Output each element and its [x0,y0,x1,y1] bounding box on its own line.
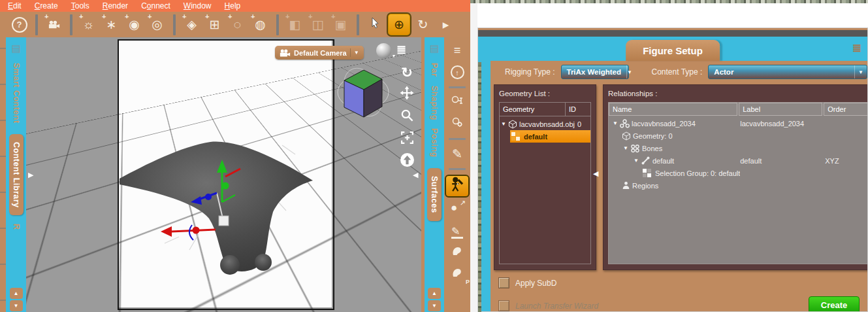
add-node-button[interactable]: +◈ [180,13,203,36]
more-tools-button[interactable]: ▸ [434,13,457,36]
tab-par[interactable]: Par [430,63,439,77]
apply-subd-label: Apply SubD [515,279,556,288]
main-toolbar: ?++☼+∗+◉+◎+◈+⊞+◌+◍+◧+◫+▣⊕↻▸ [0,12,470,37]
panel-icon: ▤ [430,43,439,54]
figure-setup-titlebar[interactable] [478,28,867,37]
relationship-row[interactable]: Selection Group: 0: default [609,167,867,179]
figure-setup-tab[interactable]: Figure Setup [626,40,720,61]
zoom-button[interactable] [398,108,416,126]
menu-render[interactable]: Render [96,1,135,10]
right-dock-collapse-icon[interactable]: ◀ [413,171,418,179]
script-edit-button[interactable]: ✎ [446,145,468,163]
view-options-icon[interactable]: ≣ [396,43,406,57]
scroll-down-button[interactable]: ▼ [428,300,441,311]
launch-transfer-wizard-checkbox[interactable] [498,300,509,311]
add-group-button[interactable]: +◌ [226,13,249,36]
add-spotlight-button[interactable]: +◎ [146,13,169,36]
add-null-button[interactable]: +⊞ [203,13,226,36]
pane-menu-icon[interactable]: ≣ [852,41,861,55]
menu-help[interactable]: Help [218,1,248,10]
side-toolbar: ≡↑✎●↗✎P [444,37,470,312]
apply-subd-checkbox[interactable] [498,277,509,288]
chevron-down-icon: ▼ [854,65,867,78]
relationships-label: Relationships : [608,90,867,97]
add-point-light-button[interactable]: +∗ [100,13,123,36]
tab-posing[interactable]: Posing [430,128,439,158]
node-hierarchy-button[interactable] [446,94,468,111]
select-cursor-button[interactable] [364,13,387,36]
universal-tool-button[interactable]: ⊕ [387,12,411,37]
tab-smart-content[interactable]: Smart Content [12,63,21,124]
menu-tools[interactable]: Tools [65,1,96,10]
instance-button[interactable]: +◧ [283,13,306,36]
tab-shaping[interactable]: Shaping [430,86,439,120]
drawstyle-sphere-button[interactable]: ▾ [376,43,391,58]
viewport-3d[interactable]: Default Camera ▼ ▾ ≣ ↻ ▶ ◀ [26,37,421,312]
mesh-object[interactable] [119,41,332,307]
rotate-tool-button[interactable]: ↻ [411,13,434,36]
create-button[interactable]: Create [809,296,860,311]
expander-icon[interactable]: ▼ [613,120,620,126]
relationship-row[interactable]: ▼Bones [609,142,867,154]
camera-selector[interactable]: Default Camera ▼ [275,46,364,60]
relationships-table: Name Label Order ▼lacvavbnsadd_2034lacva… [608,102,867,264]
node-gear-button[interactable] [446,115,468,133]
geometry-row[interactable]: default [500,130,590,143]
add-geometry-button[interactable]: +◍ [249,13,272,36]
add-spotlight-icon: ◎ [152,17,163,32]
geometry-row[interactable]: ▼lacvavbnsadd.obj0 [500,118,590,130]
add-gauge-light-button[interactable]: +◉ [123,13,146,36]
geometry-name: default [524,133,547,141]
add-camera-icon [48,18,60,32]
selected-row-highlight[interactable]: default [510,130,590,143]
figure-setup-title: Figure Setup [643,45,703,56]
node-order: XYZ [825,157,867,165]
expander-icon[interactable]: ▼ [623,145,630,151]
frame-button[interactable] [398,130,416,148]
view-cube-gizmo[interactable] [336,57,392,122]
column-header-order: Order [824,103,867,116]
tab-surfaces[interactable]: Surfaces [427,168,442,221]
menu-connect[interactable]: Connect [135,1,177,10]
morph-arm-button[interactable] [446,244,468,262]
jump-to-button[interactable]: ●↗ [446,201,468,218]
expander-icon[interactable]: ▼ [634,158,641,164]
tab-content-library[interactable]: Content Library [9,134,24,216]
pane-options-button[interactable]: ≡ [446,42,468,60]
scroll-down-button[interactable]: ▼ [10,300,23,311]
orbit-button[interactable]: ↻ [398,63,416,81]
relationship-row[interactable]: ▼defaultdefaultXYZ [609,154,867,167]
content-type-dropdown[interactable]: Actor ▼ [708,65,867,79]
primitive-button[interactable]: +▣ [329,13,352,36]
menu-window[interactable]: Window [177,1,218,10]
geometry-cube-icon [508,120,517,129]
rotate-tool-icon: ↻ [418,17,428,32]
expander-icon[interactable]: ▼ [501,121,508,127]
add-group-icon: ◌ [234,18,241,32]
morph-arm-p-button[interactable]: P [446,266,468,283]
panel-splitter-collapse-icon[interactable]: ◀ [593,169,598,178]
relationship-row[interactable]: Regions [609,179,867,192]
add-camera-button[interactable]: + [42,13,65,36]
add-distant-light-button[interactable]: +☼ [77,13,100,36]
help-button[interactable]: ? [8,13,31,36]
relationship-row[interactable]: ▼lacvavbnsadd_2034lacvavbnsadd_2034 [609,117,867,130]
edit-slider-button[interactable]: ✎ [446,222,468,240]
scroll-up-button[interactable]: ▲ [428,288,441,299]
tab-r[interactable]: R [12,224,21,230]
primitive-icon: ▣ [335,17,347,32]
rigging-type-dropdown[interactable]: TriAx Weighted ▼ [561,65,629,79]
instances-button[interactable]: +◫ [306,13,329,36]
pan-button[interactable] [398,86,416,103]
relationship-row[interactable]: Geometry: 0 [609,130,867,142]
node-name: lacvavbnsadd_2034 [632,120,696,128]
menu-edit[interactable]: Edit [1,1,28,10]
dock-splitter-strip[interactable] [0,37,6,312]
scroll-up-button[interactable]: ▲ [10,288,23,299]
menu-create[interactable]: Create [28,1,65,10]
instance-icon: ◧ [289,17,301,32]
figure-setup-button[interactable] [445,175,470,198]
power-button[interactable]: ↑ [446,63,468,81]
left-dock-collapse-icon[interactable]: ▶ [28,171,33,179]
home-button[interactable] [398,152,416,170]
